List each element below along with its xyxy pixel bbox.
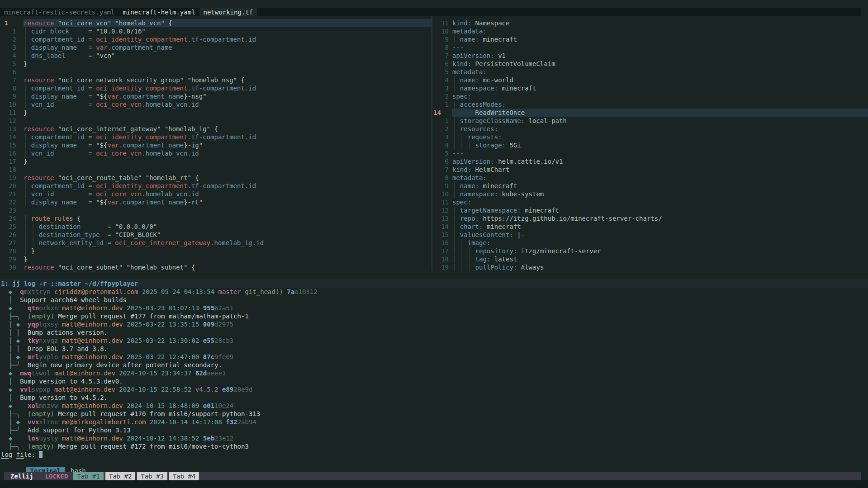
code-line[interactable]: 11}: [0, 109, 432, 117]
code-line[interactable]: 9│ display_name = "${var.compartment_nam…: [0, 92, 432, 100]
code-line[interactable]: 23: [0, 206, 432, 214]
code-token: q: [20, 288, 24, 295]
zellij-tab[interactable]: Tab #4: [169, 472, 199, 480]
prompt-line[interactable]: log file:: [0, 450, 868, 459]
code-line[interactable]: 3│ │ requests:: [432, 133, 868, 141]
code-line[interactable]: 19resource "oci_core_route_table" "homel…: [0, 174, 432, 182]
code-line[interactable]: 6: [0, 68, 432, 76]
cursor-line[interactable]: 14 │ - ReadWriteOnce: [432, 109, 868, 117]
code-line[interactable]: 4│ name: mc-world: [432, 76, 868, 84]
code-line[interactable]: 28│ }: [0, 247, 432, 255]
code-line[interactable]: 17}: [0, 157, 432, 166]
code-line[interactable]: 18│ │ │ tag: latest: [432, 255, 868, 263]
code-token: Merge pull request #172 from misl6/move-…: [54, 443, 249, 450]
code-line[interactable]: 19│ │ │ pullPolicy: Always: [432, 263, 868, 271]
code-line[interactable]: 30resource "oci_core_subnet" "homelab_su…: [0, 263, 432, 271]
code-line[interactable]: 12: [0, 117, 432, 125]
code-line[interactable]: 1│ accessModes:: [432, 100, 868, 109]
code-token: [241, 288, 245, 295]
code-token: e89: [222, 386, 233, 393]
buffer-tab[interactable]: networking.tf: [199, 8, 257, 16]
code-line[interactable]: 10metadata:: [432, 27, 868, 35]
code-line[interactable]: 8metadata:: [432, 174, 868, 182]
buffer-tab[interactable]: minecraft-restic-secrets.yaml: [0, 8, 119, 16]
code-line[interactable]: 21│ vcn_id = oci_core_vcn.homelab_vcn.id: [0, 190, 432, 198]
code-line[interactable]: 18: [0, 166, 432, 174]
left-editor-pane[interactable]: 1resource "oci_core_vcn" "homelab_vcn" {…: [0, 16, 432, 271]
code-line[interactable]: 13resource "oci_core_internet_gateway" "…: [0, 125, 432, 133]
code-line[interactable]: 7apiVersion: v1: [432, 52, 868, 60]
cursor-line[interactable]: 1resource "oci_core_vcn" "homelab_vcn" {: [0, 19, 432, 27]
terminal-pane[interactable]: 1: jj log -r ::master ~/d/ffpyplayer ◆ q…: [0, 280, 868, 472]
code-line[interactable]: 5---: [432, 149, 868, 157]
code-token: │ │ │: [452, 264, 475, 271]
code-line[interactable]: 25│ │ destination = "0.0.0.0/0": [0, 223, 432, 231]
code-line[interactable]: 29}: [0, 255, 432, 263]
code-token: │: [24, 199, 31, 206]
code-token: .: [142, 190, 145, 198]
code-token: [1, 435, 9, 442]
code-line[interactable]: 9│ name: minecraft: [432, 182, 868, 190]
code-token: var: [107, 142, 119, 149]
code-line[interactable]: 7resource "oci_core_network_security_gro…: [0, 76, 432, 84]
code-token: homelab_vcn: [146, 150, 188, 157]
code-line[interactable]: 16│ vcn_id = oci_core_vcn.homelab_vcn.id: [0, 149, 432, 157]
code-token: kind: [452, 166, 468, 173]
code-token: display_name: [31, 44, 77, 51]
code-line[interactable]: 6kind: PersistentVolumeClaim: [432, 60, 868, 68]
code-line[interactable]: 2│ resources:: [432, 125, 868, 133]
code-line[interactable]: 22│ display_name = "${var.compartment_na…: [0, 198, 432, 206]
code-line[interactable]: 15│ display_name = "${var.compartment_na…: [0, 141, 432, 149]
code-line[interactable]: 1│ storageClassName: local-path: [432, 117, 868, 125]
code-line[interactable]: 12│ targetNamespace: minecraft: [432, 206, 868, 214]
code-line[interactable]: 9│ name: minecraft: [432, 35, 868, 43]
code-line[interactable]: 8│ compartment_id = oci_identity_compart…: [0, 84, 432, 92]
code-line[interactable]: 11kind: Namespace: [432, 19, 868, 27]
code-token: le:: [24, 451, 35, 458]
buffer-tab[interactable]: minecraft-helm.yaml: [119, 8, 199, 16]
code-line[interactable]: 3│ display_name = var.compartment_name: [0, 43, 432, 52]
code-line[interactable]: 7kind: HelmChart: [432, 166, 868, 174]
code-token: =: [88, 36, 96, 43]
code-token: :: [494, 125, 498, 133]
code-line[interactable]: 20│ compartment_id = oci_identity_compar…: [0, 182, 432, 190]
code-token: matt@einhorn.dev: [62, 337, 123, 344]
code-line[interactable]: 1│ cidr_block = "10.0.0.0/16": [0, 27, 432, 35]
code-line[interactable]: 6apiVersion: helm.cattle.io/v1: [432, 157, 868, 166]
code-line[interactable]: 13│ repo: https://itzg.github.io/minecra…: [432, 214, 868, 223]
code-line[interactable]: 15│ valuesContent: |-: [432, 231, 868, 239]
code-line[interactable]: 5metadata:: [432, 68, 868, 76]
code-token: 2025-03-22 13:30:02: [127, 337, 199, 344]
code-line[interactable]: 5}: [0, 60, 432, 68]
code-line[interactable]: 14│ chart: minecraft: [432, 223, 868, 231]
code-token: │ │ │: [452, 256, 475, 263]
code-token: :: [494, 85, 498, 92]
code-line[interactable]: 16│ │ image:: [432, 239, 868, 247]
code-token: :: [475, 182, 479, 190]
code-line[interactable]: 3│ namespace: minecraft: [432, 84, 868, 92]
code-line[interactable]: 10│ vcn_id = oci_core_vcn.homelab_vcn.id: [0, 100, 432, 109]
code-token: [1, 378, 9, 385]
code-line[interactable]: 26│ │ destination_type = "CIDR_BLOCK": [0, 231, 432, 239]
code-line[interactable]: 2spec:: [432, 92, 868, 100]
code-token: homelab_vcn: [146, 101, 188, 108]
line-number: 14: [0, 133, 24, 141]
code-line[interactable]: 14│ compartment_id = oci_identity_compar…: [0, 133, 432, 141]
code-token: [77, 199, 88, 206]
zellij-tab[interactable]: Tab #3: [137, 472, 167, 480]
code-token: matt@einhorn.dev: [54, 370, 115, 377]
code-line[interactable]: 8---: [432, 43, 868, 52]
zellij-tab[interactable]: Tab #1: [73, 472, 104, 480]
code-line[interactable]: 11spec:: [432, 198, 868, 206]
code-line[interactable]: 27│ │ network_entity_id = oci_core_inter…: [0, 239, 432, 247]
code-line[interactable]: 2│ compartment_id = oci_identity_compart…: [0, 35, 432, 43]
code-line[interactable]: 4│ │ │ storage: 5Gi: [432, 141, 868, 149]
zellij-tab[interactable]: Tab #2: [105, 472, 136, 480]
code-line[interactable]: 17│ │ │ repository: itzg/minecraft-serve…: [432, 247, 868, 255]
code-line[interactable]: 24│ route_rules {: [0, 214, 432, 223]
code-token: uysty: [39, 435, 58, 442]
code-line[interactable]: 10│ namespace: kube-system: [432, 190, 868, 198]
code-token: [20, 345, 28, 352]
code-line[interactable]: 4│ dns_label = "vcn": [0, 52, 432, 60]
right-editor-pane[interactable]: 11kind: Namespace10metadata:9│ name: min…: [432, 16, 868, 271]
